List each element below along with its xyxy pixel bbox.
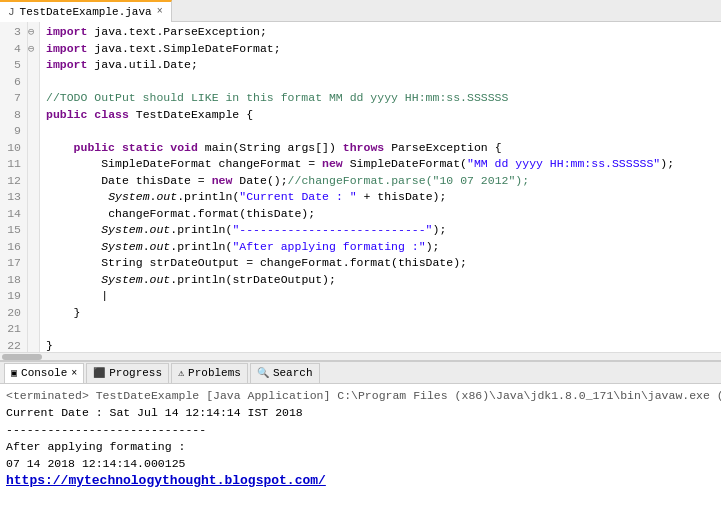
console-close-icon[interactable]: × — [71, 368, 77, 379]
console-tab-console[interactable]: ▣ Console × — [4, 363, 84, 383]
output-line-4: 07 14 2018 12:14:14.000125 — [6, 457, 185, 470]
progress-tab-label: Progress — [109, 367, 162, 379]
console-tab-bar: ▣ Console × ⬛ Progress ⚠ Problems 🔍 Sear… — [0, 362, 721, 384]
console-tab-label: Console — [21, 367, 67, 379]
console-panel: ▣ Console × ⬛ Progress ⚠ Problems 🔍 Sear… — [0, 360, 721, 510]
fold-markers: ⊖ ⊖ — [28, 22, 40, 352]
blog-url[interactable]: https://mytechnologythought.blogspot.com… — [6, 473, 326, 488]
tab-close-icon[interactable]: × — [157, 6, 163, 17]
file-icon: J — [8, 6, 15, 18]
console-tab-search[interactable]: 🔍 Search — [250, 363, 320, 383]
editor-tab-bar: J TestDateExample.java × — [0, 0, 721, 22]
console-tab-progress[interactable]: ⬛ Progress — [86, 363, 169, 383]
output-line-1: Current Date : Sat Jul 14 12:14:14 IST 2… — [6, 406, 303, 419]
line-numbers: 3 4 5 6 7 8 9 10 11 12 13 14 15 16 17 18… — [0, 22, 28, 352]
console-icon: ▣ — [11, 367, 17, 379]
code-content[interactable]: import java.text.ParseException; import … — [40, 22, 721, 352]
code-editor: 3 4 5 6 7 8 9 10 11 12 13 14 15 16 17 18… — [0, 22, 721, 352]
terminated-line: <terminated> TestDateExample [Java Appli… — [6, 389, 721, 402]
file-tab[interactable]: J TestDateExample.java × — [0, 0, 172, 22]
search-tab-label: Search — [273, 367, 313, 379]
problems-icon: ⚠ — [178, 367, 184, 379]
console-tab-problems[interactable]: ⚠ Problems — [171, 363, 248, 383]
editor-horizontal-scrollbar[interactable] — [0, 352, 721, 360]
progress-icon: ⬛ — [93, 367, 105, 379]
scrollbar-thumb[interactable] — [2, 354, 42, 360]
console-output: <terminated> TestDateExample [Java Appli… — [0, 384, 721, 492]
problems-tab-label: Problems — [188, 367, 241, 379]
output-line-3: After applying formating : — [6, 440, 185, 453]
output-line-2: ----------------------------- — [6, 423, 206, 436]
tab-filename: TestDateExample.java — [20, 6, 152, 18]
search-icon: 🔍 — [257, 367, 269, 379]
